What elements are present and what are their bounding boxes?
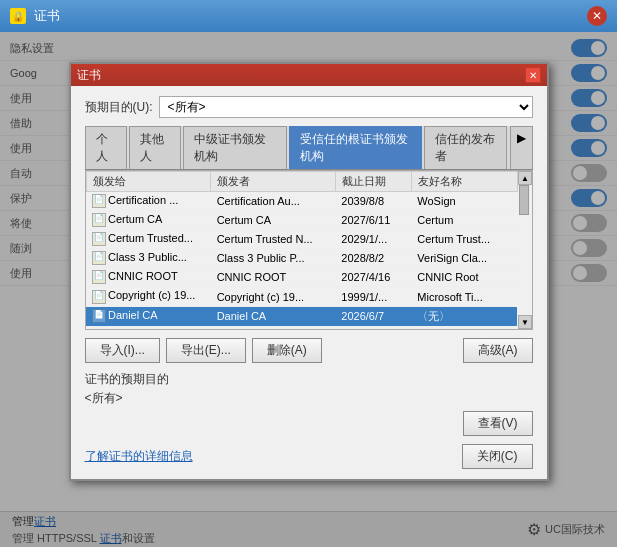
cell-issuer-to: 📄CNNIC ROOT <box>86 268 211 287</box>
cert-table-wrapper: 颁发给 颁发者 截止日期 友好名称 📄Certification ... <box>85 170 533 330</box>
cert-action-row: 了解证书的详细信息 关闭(C) <box>85 444 533 469</box>
table-row[interactable]: 📄Certum CA Certum CA 2027/6/11 Certum <box>86 211 517 230</box>
cell-name: Certum <box>411 211 517 230</box>
browser-icon: 🔒 <box>10 8 26 24</box>
cert-view-row: 查看(V) <box>85 411 533 436</box>
cell-name: CNNIC Root <box>411 268 517 287</box>
cell-issuer-to: 📄Certification ... <box>86 192 211 211</box>
cell-issuer: Copyright (c) 19... <box>211 287 336 306</box>
purpose-row: 预期目的(U): <所有> <box>85 96 533 118</box>
cert-dialog-close-button[interactable]: ✕ <box>525 67 541 83</box>
cert-purpose-section: 证书的预期目的 <所有> <box>85 371 533 407</box>
tab-more-button[interactable]: ▶ <box>510 126 533 169</box>
browser-close-button[interactable]: ✕ <box>587 6 607 26</box>
cert-dialog-titlebar: 证书 ✕ <box>71 64 547 86</box>
cell-issuer-to: 📄Certum Trusted... <box>86 230 211 249</box>
cell-issuer-to: 📄Certum CA <box>86 211 211 230</box>
browser-window: 🔒 证书 ✕ 隐私设置 Goog 使用 <box>0 0 617 547</box>
col-header-issuer-to[interactable]: 颁发给 <box>86 172 211 192</box>
delete-button[interactable]: 删除(A) <box>252 338 322 363</box>
scrollbar-down-button[interactable]: ▼ <box>518 315 532 329</box>
modal-overlay: 证书 ✕ 预期目的(U): <所有> 个人 其他人 <box>0 32 617 547</box>
tab-trusted-publishers[interactable]: 信任的发布者 <box>424 126 507 169</box>
table-row[interactable]: 📄Class 3 Public... Class 3 Public P... 2… <box>86 249 517 268</box>
browser-content: 隐私设置 Goog 使用 借助 <box>0 32 617 547</box>
tab-trusted-root[interactable]: 受信任的根证书颁发机构 <box>289 126 423 169</box>
col-header-issuer[interactable]: 颁发者 <box>211 172 336 192</box>
cell-name: Microsoft Ti... <box>411 287 517 306</box>
purpose-section-label: 证书的预期目的 <box>85 371 533 388</box>
certificate-dialog: 证书 ✕ 预期目的(U): <所有> 个人 其他人 <box>69 62 549 481</box>
tab-personal[interactable]: 个人 <box>85 126 127 169</box>
table-row[interactable]: 📄CNNIC ROOT CNNIC ROOT 2027/4/16 CNNIC R… <box>86 268 517 287</box>
cell-name: Deutsche Tel... <box>411 326 517 329</box>
cell-expiry: 2027/4/16 <box>335 268 411 287</box>
table-scrollbar[interactable]: ▲ ▼ <box>518 171 532 329</box>
table-row[interactable]: 📄Certum Trusted... Certum Trusted N... 2… <box>86 230 517 249</box>
advanced-button[interactable]: 高级(A) <box>463 338 533 363</box>
cert-dialog-title: 证书 <box>77 67 525 84</box>
cell-name: VeriSign Cla... <box>411 249 517 268</box>
cell-issuer: Class 3 Public P... <box>211 249 336 268</box>
scrollbar-up-button[interactable]: ▲ <box>518 171 532 185</box>
cert-dialog-body: 预期目的(U): <所有> 个人 其他人 中级证书颁发机构 受信任的根证书颁发机… <box>71 86 547 479</box>
tab-intermediate[interactable]: 中级证书颁发机构 <box>183 126 286 169</box>
tabs-container: 个人 其他人 中级证书颁发机构 受信任的根证书颁发机构 信任的发布者 ▶ <box>85 126 533 170</box>
tab-others[interactable]: 其他人 <box>129 126 182 169</box>
col-header-expiry[interactable]: 截止日期 <box>335 172 411 192</box>
cell-expiry: 2026/6/7 <box>335 306 411 326</box>
cell-issuer: CNNIC ROOT <box>211 268 336 287</box>
cell-issuer: Certum CA <box>211 211 336 230</box>
browser-titlebar: 🔒 证书 ✕ <box>0 0 617 32</box>
cell-expiry: 2028/8/2 <box>335 249 411 268</box>
import-button[interactable]: 导入(I)... <box>85 338 160 363</box>
purpose-select[interactable]: <所有> <box>159 96 533 118</box>
cell-expiry: 2027/6/11 <box>335 211 411 230</box>
table-row[interactable]: 📄Copyright (c) 19... Copyright (c) 19...… <box>86 287 517 306</box>
purpose-section-value: <所有> <box>85 390 533 407</box>
col-header-name[interactable]: 友好名称 <box>411 172 517 192</box>
export-button[interactable]: 导出(E)... <box>166 338 246 363</box>
table-row[interactable]: 📄Deutsche Telek... Deutsche Telekom... 2… <box>86 326 517 329</box>
browser-title: 证书 <box>34 7 587 25</box>
cell-expiry: 1999/1/... <box>335 287 411 306</box>
cert-table-inner: 颁发给 颁发者 截止日期 友好名称 📄Certification ... <box>86 171 518 329</box>
scrollbar-thumb[interactable] <box>519 185 529 215</box>
purpose-label: 预期目的(U): <box>85 99 153 116</box>
cell-issuer: Certum Trusted N... <box>211 230 336 249</box>
cell-expiry: 2029/1/... <box>335 230 411 249</box>
cell-issuer: Daniel CA <box>211 306 336 326</box>
view-button[interactable]: 查看(V) <box>463 411 533 436</box>
table-row-selected[interactable]: 📄Daniel CA Daniel CA 2026/6/7 〈无〉 <box>86 306 517 326</box>
cell-name: 〈无〉 <box>411 306 517 326</box>
cell-expiry: 2039/8/8 <box>335 192 411 211</box>
cert-buttons-row: 导入(I)... 导出(E)... 删除(A) 高级(A) <box>85 338 533 363</box>
close-button[interactable]: 关闭(C) <box>462 444 533 469</box>
table-row[interactable]: 📄Certification ... Certification Au... 2… <box>86 192 517 211</box>
cert-table: 颁发给 颁发者 截止日期 友好名称 📄Certification ... <box>86 171 518 329</box>
cert-info-link[interactable]: 了解证书的详细信息 <box>85 448 193 465</box>
scrollbar-track[interactable] <box>518 185 532 315</box>
cell-issuer-to: 📄Daniel CA <box>86 306 211 326</box>
cell-issuer-to: 📄Class 3 Public... <box>86 249 211 268</box>
cell-name: Certum Trust... <box>411 230 517 249</box>
cell-issuer: Deutsche Telekom... <box>211 326 336 329</box>
cell-expiry: 2019/7/10 <box>335 326 411 329</box>
cell-issuer: Certification Au... <box>211 192 336 211</box>
cell-issuer-to: 📄Deutsche Telek... <box>86 326 211 329</box>
cell-issuer-to: 📄Copyright (c) 19... <box>86 287 211 306</box>
cell-name: WoSign <box>411 192 517 211</box>
